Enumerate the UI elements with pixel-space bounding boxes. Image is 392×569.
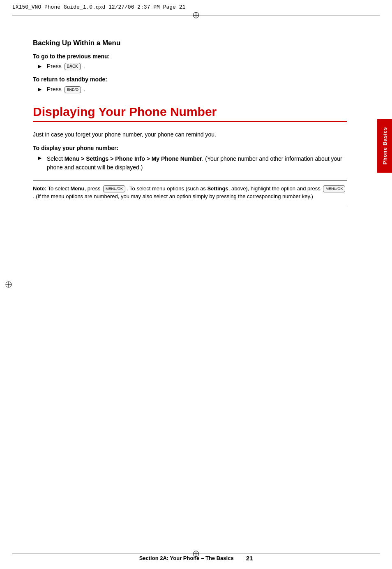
step2-row: ► Press END/O . <box>37 86 347 93</box>
menu-ok-icon-2: MENU/OK <box>323 185 345 192</box>
footer-section-text: Section 2A: Your Phone – The Basics <box>139 555 234 561</box>
step-menu-path: Menu > Settings > Phone Info > My Phone … <box>65 155 202 162</box>
bullet-arrow-3: ► <box>37 155 43 162</box>
step1-press-text: Press BACK . <box>47 63 85 70</box>
page: LX150_VNO Phone Guide_1.0.qxd 12/27/06 2… <box>0 0 392 569</box>
step1-row: ► Press BACK . <box>37 63 347 70</box>
step-select-prefix: Select <box>47 155 65 162</box>
sidebar-tab-label: Phone Basics <box>382 127 388 164</box>
header-bar: LX150_VNO Phone Guide_1.0.qxd 12/27/06 2… <box>12 4 380 10</box>
end-button-icon: END/O <box>65 86 81 93</box>
header-text: LX150_VNO Phone Guide_1.0.qxd 12/27/06 2… <box>12 4 185 10</box>
back-button-icon: BACK <box>65 63 81 70</box>
note-content: Note: To select Menu, press MENU/OK. To … <box>33 185 347 201</box>
bullet-arrow-2: ► <box>37 86 43 93</box>
displaying-title: Displaying Your Phone Number <box>33 105 347 122</box>
step1-label: To go to the previous menu: <box>33 53 347 60</box>
sidebar-tab: Phone Basics <box>377 119 392 173</box>
footer: Section 2A: Your Phone – The Basics 21 <box>33 555 359 562</box>
main-content: Backing Up Within a Menu To go to the pr… <box>33 23 347 546</box>
step2-press-text: Press END/O . <box>47 86 85 93</box>
bottom-rule <box>12 553 380 553</box>
bullet-arrow-1: ► <box>37 63 43 70</box>
note-settings-word: Settings <box>207 185 228 192</box>
display-step-label: To display your phone number: <box>33 145 347 151</box>
backing-title: Backing Up Within a Menu <box>33 39 347 47</box>
display-step-content: Select Menu > Settings > Phone Info > My… <box>47 155 347 172</box>
display-step-row: ► Select Menu > Settings > Phone Info > … <box>37 155 347 172</box>
displaying-body: Just in case you forget your phone numbe… <box>33 130 347 139</box>
section-displaying: Displaying Your Phone Number Just in cas… <box>33 105 347 205</box>
section-backing: Backing Up Within a Menu To go to the pr… <box>33 39 347 93</box>
footer-page-number: 21 <box>246 555 253 562</box>
reg-mark-top <box>192 12 200 19</box>
note-label: Note: <box>33 185 46 192</box>
reg-mark-left <box>5 281 12 288</box>
menu-ok-icon-1: MENU/OK <box>103 185 125 192</box>
note-menu-word: Menu <box>71 185 85 192</box>
note-box: Note: To select Menu, press MENU/OK. To … <box>33 180 347 205</box>
step2-label: To return to standby mode: <box>33 76 347 83</box>
